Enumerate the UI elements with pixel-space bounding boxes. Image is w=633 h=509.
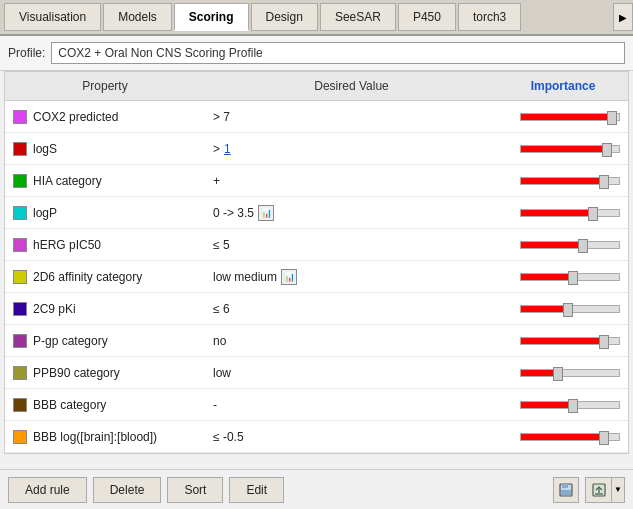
slider-thumb[interactable] [599,335,609,349]
table-row: P-gp category no [5,325,628,357]
property-color [13,270,27,284]
importance-slider[interactable] [520,241,620,249]
slider-thumb[interactable] [607,111,617,125]
tab-torch3[interactable]: torch3 [458,3,521,31]
importance-slider[interactable] [520,145,620,153]
slider-thumb[interactable] [599,431,609,445]
slider-cell[interactable] [498,303,628,315]
property-color [13,430,27,444]
tab-seesar[interactable]: SeeSAR [320,3,396,31]
importance-slider[interactable] [520,113,620,121]
table-row: HIA category + [5,165,628,197]
property-color [13,238,27,252]
table-row: PPB90 category low [5,357,628,389]
desired-cell: 0 -> 3.5 📊 [205,203,498,223]
property-cell: BBB log([brain]:[blood]) [5,428,205,446]
add-rule-button[interactable]: Add rule [8,477,87,503]
property-color [13,174,27,188]
slider-fill [521,338,607,344]
tab-scoring[interactable]: Scoring [174,3,249,31]
desired-cell: + [205,172,498,190]
profile-input[interactable] [51,42,625,64]
table-row: BBB log([brain]:[blood]) ≤ -0.5 [5,421,628,453]
table-row: logP 0 -> 3.5 📊 [5,197,628,229]
property-cell: hERG pIC50 [5,236,205,254]
slider-cell[interactable] [498,111,628,123]
property-name: logP [33,206,57,220]
slider-thumb[interactable] [588,207,598,221]
importance-slider[interactable] [520,273,620,281]
slider-thumb[interactable] [553,367,563,381]
slider-fill [521,210,595,216]
table-row: 2D6 affinity category low medium 📊 [5,261,628,293]
importance-slider[interactable] [520,305,620,313]
importance-slider[interactable] [520,433,620,441]
tab-visualisation[interactable]: Visualisation [4,3,101,31]
tab-design[interactable]: Design [251,3,318,31]
slider-cell[interactable] [498,175,628,187]
slider-thumb[interactable] [578,239,588,253]
slider-cell[interactable] [498,143,628,155]
importance-slider[interactable] [520,369,620,377]
property-name: 2C9 pKi [33,302,76,316]
desired-cell: no [205,332,498,350]
property-color [13,302,27,316]
slider-cell[interactable] [498,367,628,379]
property-name: hERG pIC50 [33,238,101,252]
property-cell: BBB category [5,396,205,414]
property-color [13,142,27,156]
delete-button[interactable]: Delete [93,477,162,503]
scoring-table: Property Desired Value Importance COX2 p… [4,71,629,454]
tab-scroll-arrow[interactable]: ▶ [613,3,633,31]
property-color [13,334,27,348]
header-desired: Desired Value [205,76,498,96]
property-color [13,398,27,412]
tab-p450[interactable]: P450 [398,3,456,31]
table-body: COX2 predicted > 7 logS > 1 HIA category… [5,101,628,453]
slider-cell[interactable] [498,335,628,347]
property-cell: PPB90 category [5,364,205,382]
desired-cell: > 7 [205,108,498,126]
slider-cell[interactable] [498,431,628,443]
property-name: logS [33,142,57,156]
desired-cell: > 1 [205,140,498,158]
profile-label: Profile: [8,46,45,60]
slider-thumb[interactable] [568,271,578,285]
table-header: Property Desired Value Importance [5,72,628,101]
export-dropdown-arrow[interactable]: ▼ [611,477,625,503]
property-cell: HIA category [5,172,205,190]
property-cell: logS [5,140,205,158]
sort-button[interactable]: Sort [167,477,223,503]
slider-fill [521,402,575,408]
property-name: BBB category [33,398,106,412]
slider-thumb[interactable] [602,143,612,157]
slider-thumb[interactable] [599,175,609,189]
slider-thumb[interactable] [568,399,578,413]
edit-button[interactable]: Edit [229,477,284,503]
desired-cell: - [205,396,498,414]
importance-slider[interactable] [520,209,620,217]
property-color [13,110,27,124]
property-name: P-gp category [33,334,108,348]
importance-slider[interactable] [520,337,620,345]
bottom-toolbar: Add rule Delete Sort Edit ▼ [0,469,633,509]
save-icon-button[interactable] [553,477,579,503]
slider-fill [521,242,585,248]
export-icon[interactable] [585,477,611,503]
desired-cell: ≤ 6 [205,300,498,318]
property-cell: logP [5,204,205,222]
importance-slider[interactable] [520,401,620,409]
tab-models[interactable]: Models [103,3,172,31]
slider-fill [521,146,609,152]
edit-constraint-icon[interactable]: 📊 [258,205,274,221]
slider-cell[interactable] [498,207,628,219]
desired-link[interactable]: 1 [224,142,231,156]
slider-cell[interactable] [498,399,628,411]
export-split-button[interactable]: ▼ [585,477,625,503]
slider-cell[interactable] [498,271,628,283]
slider-thumb[interactable] [563,303,573,317]
slider-cell[interactable] [498,239,628,251]
property-cell: COX2 predicted [5,108,205,126]
importance-slider[interactable] [520,177,620,185]
edit-constraint-icon[interactable]: 📊 [281,269,297,285]
